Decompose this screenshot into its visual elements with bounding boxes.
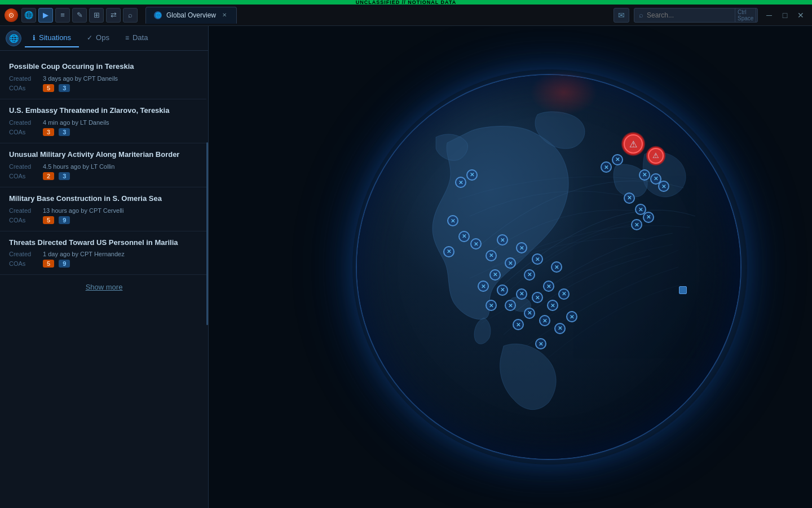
alert-marker-2-inner: ⚠ [648, 148, 664, 164]
badge-orange-1: 5 [43, 84, 54, 92]
marker-19: ✕ [516, 288, 527, 300]
marker-east-3: ✕ [643, 212, 654, 223]
tab-situations[interactable]: ℹ Situations [25, 29, 79, 47]
badge-blue-5: 9 [59, 260, 70, 268]
marker-x-15: ✕ [558, 288, 570, 300]
coas-row-4: COAs 5 9 [9, 216, 199, 224]
left-panel: 🌐 ℹ Situations ✓ Ops ≡ Data Poss [0, 26, 209, 508]
marker-x-17: ✕ [497, 284, 508, 296]
app-icon[interactable]: ⊙ [5, 8, 18, 22]
marker-17: ✕ [497, 284, 508, 296]
marker-right-3: ✕ [658, 181, 669, 192]
situation-item-5[interactable]: Threats Directed Toward US Personnel in … [0, 231, 208, 275]
marker-x-13: ✕ [543, 281, 554, 292]
created-value-3: 4.5 hours ago by LT Collin [43, 163, 114, 170]
badge-blue-4: 9 [59, 216, 70, 224]
situation-meta-4: Created 13 hours ago by CPT Cervelli [9, 207, 199, 214]
panel-scrollbar-thumb [206, 142, 208, 325]
map-area[interactable]: ✕ ✕ ✕ ✕ ✕ ✕ ✕ ✕ ✕ ✕ ✕ ✕ ✕ ✕ ✕ ✕ ✕ ✕ ✕ [209, 26, 812, 508]
marker-x-12: ✕ [532, 253, 543, 265]
arrows-toolbar-btn[interactable]: ⇄ [106, 8, 121, 23]
marker-x-26: ✕ [566, 311, 577, 322]
play-toolbar-btn[interactable]: ▶ [38, 8, 53, 23]
coas-row-1: COAs 5 3 [9, 84, 199, 92]
marker-13: ✕ [543, 281, 554, 292]
situation-item-4[interactable]: Military Base Construction in S. Omeria … [0, 187, 208, 231]
coas-label-2: COAs [9, 129, 38, 135]
marker-x-14: ✕ [551, 261, 562, 273]
global-overview-tab[interactable]: 🌐 Global Overview ✕ [145, 7, 237, 24]
created-label-1: Created [9, 75, 38, 82]
marker-10: ✕ [516, 242, 527, 253]
alert-marker-1[interactable]: ⚠ [621, 132, 646, 156]
marker-x-24: ✕ [478, 281, 489, 292]
marker-x-right-1: ✕ [639, 169, 650, 181]
marker-x-6: ✕ [470, 238, 482, 249]
situation-title-4: Military Base Construction in S. Omeria … [9, 194, 199, 204]
search-icon: ⌕ [639, 11, 643, 19]
search-input[interactable] [647, 11, 731, 19]
situation-title-1: Possible Coup Occuring in Tereskia [9, 62, 199, 72]
marker-top-1: ✕ [601, 161, 612, 173]
coas-row-5: COAs 5 9 [9, 260, 199, 268]
search-shortcut: Ctrl Space [735, 8, 756, 23]
situation-item-3[interactable]: Unusual Military Activity Along Mariteri… [0, 143, 208, 187]
tab-data[interactable]: ≡ Data [117, 29, 156, 47]
marker-x-top-1: ✕ [601, 161, 612, 173]
marker-x-19: ✕ [516, 288, 527, 300]
marker-7: ✕ [486, 250, 497, 261]
coas-row-2: COAs 3 3 [9, 128, 199, 136]
marker-20: ✕ [524, 308, 535, 319]
created-label-2: Created [9, 119, 38, 126]
situations-list[interactable]: Possible Coup Occuring in Tereskia Creat… [0, 51, 208, 508]
search-toolbar-btn[interactable]: ⌕ [123, 8, 138, 23]
title-bar-right: ✉ ⌕ Ctrl Space ─ □ ✕ [614, 8, 807, 23]
maximize-btn[interactable]: □ [778, 8, 792, 22]
marker-x-right-3: ✕ [658, 181, 669, 192]
tab-ops[interactable]: ✓ Ops [79, 29, 117, 47]
situation-meta-1: Created 3 days ago by CPT Daneils [9, 75, 199, 82]
marker-edge [679, 286, 687, 294]
panel-tabs: ℹ Situations ✓ Ops ≡ Data [25, 29, 156, 47]
situation-item-1[interactable]: Possible Coup Occuring in Tereskia Creat… [0, 55, 208, 99]
created-value-1: 3 days ago by CPT Daneils [43, 75, 118, 82]
marker-x-east-1: ✕ [624, 192, 635, 204]
marker-26: ✕ [566, 311, 577, 322]
marker-25: ✕ [486, 300, 497, 311]
badge-orange-2: 3 [43, 128, 54, 136]
situation-meta-2: Created 4 min ago by LT Daneils [9, 119, 199, 126]
marker-9: ✕ [505, 257, 516, 269]
minimize-btn[interactable]: ─ [762, 8, 776, 22]
grid-toolbar-btn[interactable]: ⊞ [89, 8, 104, 23]
marker-x-11: ✕ [524, 269, 535, 281]
panel-globe-btn[interactable]: 🌐 [6, 30, 21, 46]
marker-right-1: ✕ [639, 169, 650, 181]
situation-meta-5: Created 1 day ago by CPT Hernandez [9, 251, 199, 257]
created-value-4: 13 hours ago by CPT Cervelli [43, 207, 123, 214]
close-btn[interactable]: ✕ [794, 8, 807, 22]
marker-21: ✕ [532, 292, 543, 303]
created-value-5: 1 day ago by CPT Hernandez [43, 251, 125, 257]
created-label-5: Created [9, 251, 38, 257]
message-btn[interactable]: ✉ [614, 8, 629, 23]
situation-item-2[interactable]: U.S. Embassy Threatened in Zlarovo, Tere… [0, 99, 208, 143]
marker-x-5: ✕ [443, 246, 454, 257]
marker-x-8: ✕ [497, 234, 508, 246]
alert-marker-2[interactable]: ⚠ [646, 146, 666, 166]
coas-row-3: COAs 2 3 [9, 172, 199, 180]
coas-label-1: COAs [9, 85, 38, 91]
lines-toolbar-btn[interactable]: ≡ [55, 8, 70, 23]
marker-x-29: ✕ [554, 323, 566, 334]
marker-22: ✕ [539, 315, 550, 326]
situation-title-2: U.S. Embassy Threatened in Zlarovo, Tere… [9, 106, 199, 116]
data-icon: ≡ [125, 34, 129, 42]
globe[interactable]: ✕ ✕ ✕ ✕ ✕ ✕ ✕ ✕ ✕ ✕ ✕ ✕ ✕ ✕ ✕ ✕ ✕ ✕ ✕ [357, 75, 740, 459]
tab-close-btn[interactable]: ✕ [220, 11, 228, 19]
show-more-button[interactable]: Show more [86, 283, 123, 291]
globe-toolbar-btn[interactable]: 🌐 [21, 8, 36, 23]
marker-x-top-2: ✕ [612, 154, 623, 165]
marker-1: ✕ [455, 177, 466, 188]
data-tab-label: Data [133, 33, 148, 42]
marker-11: ✕ [524, 269, 535, 281]
edit-toolbar-btn[interactable]: ✎ [72, 8, 87, 23]
